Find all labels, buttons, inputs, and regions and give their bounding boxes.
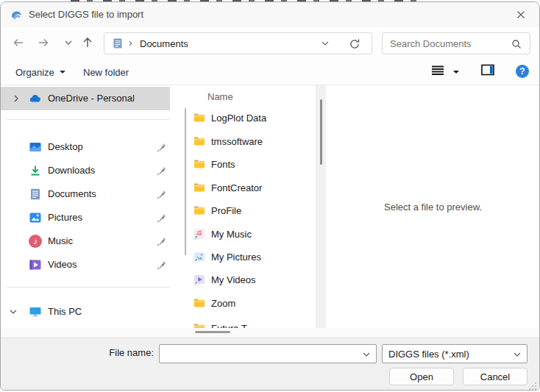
chevron-down-icon[interactable] (8, 307, 18, 317)
address-dropdown-chevron[interactable] (320, 38, 333, 50)
sidebar-item-onedrive[interactable]: OneDrive - Personal (1, 87, 170, 110)
pictures-icon (29, 211, 42, 224)
this-pc-icon (29, 305, 42, 318)
sidebar-item-os-c[interactable]: OS (C:) (1, 322, 170, 328)
back-button[interactable] (8, 32, 29, 53)
sidebar-item-label: Downloads (48, 165, 95, 176)
file-name-dropdown-chevron[interactable] (361, 349, 372, 360)
file-type-dropdown-chevron[interactable] (512, 349, 522, 360)
breadcrumb-separator: › (129, 37, 132, 49)
preview-pane-toggle-icon[interactable] (480, 63, 495, 79)
file-row-my-pictures[interactable]: My Pictures (188, 248, 316, 267)
music-shortcut-icon (193, 228, 205, 240)
file-type-dropdown[interactable]: DIGGS files (*.xml) (382, 344, 527, 363)
cancel-button[interactable]: Cancel (463, 368, 527, 385)
up-button[interactable] (77, 32, 98, 53)
documents-location-icon[interactable] (112, 38, 124, 52)
search-box[interactable] (382, 32, 530, 54)
sidebar-item-label: Documents (48, 188, 96, 199)
file-type-selected: DIGGS files (*.xml) (388, 349, 469, 360)
help-icon[interactable]: ? (516, 65, 529, 78)
file-row-zoom[interactable]: Zoom (188, 294, 316, 313)
organize-button[interactable]: Organize (15, 64, 66, 80)
sidebar-item-desktop[interactable]: Desktop (1, 137, 170, 157)
import-dialog-screen: Select DIGGS file to import (0, 0, 540, 392)
resize-grip[interactable] (527, 380, 537, 390)
breadcrumb-documents[interactable]: Documents (140, 38, 188, 49)
file-row-fontcreator[interactable]: FontCreator (188, 179, 316, 198)
sidebar-item-label: Pictures (48, 212, 82, 223)
file-row-tmssoftware[interactable]: tmssoftware (188, 132, 316, 152)
folder-icon (193, 297, 205, 309)
views-icon[interactable] (430, 64, 445, 79)
pin-icon (157, 236, 167, 246)
documents-icon (29, 188, 42, 201)
file-name-input[interactable] (164, 346, 355, 362)
file-name: My Music (211, 229, 252, 240)
new-folder-button[interactable]: New folder (83, 64, 129, 80)
app-icon (10, 8, 23, 21)
folder-icon (193, 182, 205, 193)
file-name: Futura T (211, 323, 247, 328)
folder-icon (193, 204, 205, 216)
sidebar-item-pictures[interactable]: Pictures (1, 207, 170, 228)
horizontal-scrollbar[interactable] (1, 328, 539, 338)
window-title: Select DIGGS file to import (29, 9, 143, 20)
file-name: Zoom (211, 298, 235, 309)
new-folder-label: New folder (83, 67, 129, 78)
sidebar-item-documents[interactable]: Documents (1, 184, 170, 204)
file-row-my-videos[interactable]: My Videos (188, 271, 316, 290)
file-name: My Videos (211, 274, 255, 285)
sidebar-item-downloads[interactable]: Downloads (1, 160, 170, 181)
onedrive-cloud-icon (29, 92, 42, 105)
close-button[interactable] (508, 5, 533, 24)
views-dropdown-arrow-icon[interactable] (452, 65, 460, 78)
column-header-name[interactable]: Name (207, 91, 233, 102)
file-name-combobox[interactable] (159, 344, 377, 363)
pin-icon (157, 260, 167, 270)
sidebar-item-this-pc[interactable]: This PC (1, 302, 170, 322)
sidebar-scrollbar-thumb[interactable] (185, 108, 186, 255)
sidebar-item-label: Videos (48, 259, 77, 270)
file-list-scrollbar-thumb[interactable] (320, 99, 322, 165)
pin-icon (157, 213, 167, 223)
file-name: FontCreator (211, 182, 262, 193)
refresh-icon[interactable] (348, 38, 361, 51)
pin-icon (157, 142, 167, 152)
search-icon[interactable] (511, 38, 522, 53)
recent-locations-chevron[interactable] (58, 32, 79, 53)
file-row-my-music[interactable]: My Music (188, 225, 316, 244)
preview-empty-message: Select a file to preview. (384, 202, 482, 213)
title-bar: Select DIGGS file to import (1, 2, 539, 27)
file-list-pane: Name LogPlot Data tmssoftware (188, 85, 316, 328)
file-row-fonts[interactable]: Fonts (188, 155, 316, 174)
file-list-scrollbar[interactable] (316, 85, 326, 328)
preview-pane: Select a file to preview. (327, 85, 539, 328)
forward-button[interactable] (33, 32, 54, 53)
search-input[interactable] (390, 34, 508, 53)
chevron-right-icon[interactable] (11, 93, 21, 104)
horizontal-scrollbar-thumb[interactable] (195, 331, 230, 333)
sidebar-divider (7, 287, 170, 288)
pin-icon (157, 189, 167, 199)
folder-icon (193, 322, 205, 328)
file-row-clipped[interactable]: Futura T (188, 319, 316, 328)
downloads-icon (29, 164, 42, 177)
address-bar[interactable]: › Documents (104, 32, 372, 54)
file-name: ProFile (211, 205, 241, 216)
folder-icon (193, 135, 205, 147)
file-name: My Pictures (211, 252, 261, 263)
sidebar-item-music[interactable]: ♪ Music (1, 231, 170, 252)
dialog-footer: File name: DIGGS files (*.xml) Open Canc… (1, 338, 539, 391)
file-row-logplot-data[interactable]: LogPlot Data (188, 109, 316, 128)
sidebar-item-label: Desktop (48, 141, 83, 152)
pin-icon (157, 165, 167, 176)
open-button[interactable]: Open (389, 368, 454, 385)
command-bar: Organize New folder (1, 58, 539, 85)
organize-label: Organize (15, 67, 54, 78)
music-icon: ♪ (29, 235, 42, 248)
folder-icon (193, 158, 205, 170)
sidebar-divider (7, 119, 170, 120)
file-row-profile[interactable]: ProFile (188, 202, 316, 221)
sidebar-item-videos[interactable]: Videos (1, 254, 170, 275)
